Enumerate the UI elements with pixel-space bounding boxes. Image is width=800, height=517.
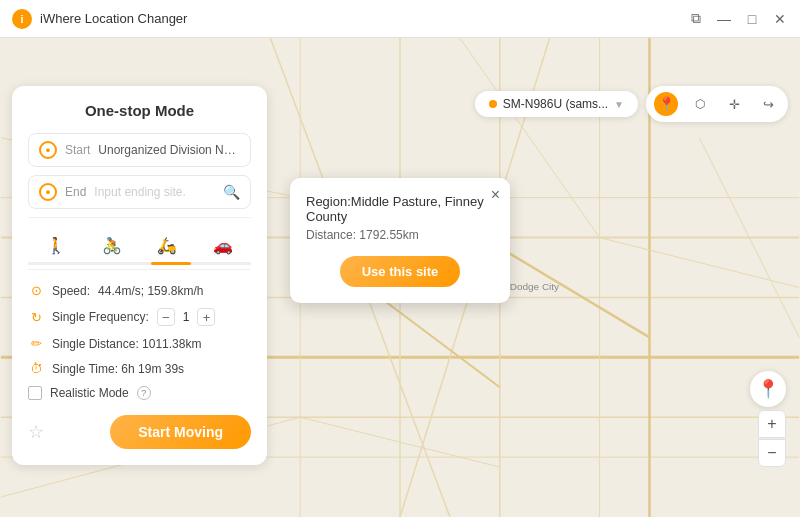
- distance-icon: ✏: [28, 336, 44, 351]
- speed-row: ⊙ Speed: 44.4m/s; 159.8km/h: [28, 278, 251, 303]
- start-moving-button[interactable]: Start Moving: [110, 415, 251, 449]
- walk-mode-btn[interactable]: 🚶: [36, 230, 76, 261]
- window-controls: ⧉ — □ ✕: [688, 11, 788, 27]
- frequency-icon: ↻: [28, 310, 44, 325]
- start-value: Unorganized Division No. 22...: [98, 143, 240, 157]
- freq-increase-btn[interactable]: +: [197, 308, 215, 326]
- realistic-mode-checkbox[interactable]: [28, 386, 42, 400]
- app-title: iWhere Location Changer: [40, 11, 688, 26]
- export-btn[interactable]: ↪: [756, 92, 780, 116]
- popup-region: Region:Middle Pasture, Finney County: [306, 194, 494, 224]
- map-controls: 📍 ⬡ ✛ ↪: [646, 86, 788, 122]
- speed-value: 44.4m/s; 159.8km/h: [98, 284, 203, 298]
- zoom-in-btn[interactable]: +: [758, 410, 786, 438]
- svg-text:Dodge City: Dodge City: [510, 281, 559, 292]
- teleport-btn[interactable]: ✛: [722, 92, 746, 116]
- search-icon[interactable]: 🔍: [223, 184, 240, 200]
- freq-value: 1: [183, 310, 190, 324]
- frequency-row: ↻ Single Frequency: − 1 +: [28, 303, 251, 331]
- left-panel: One-stop Mode ● Start Unorganized Divisi…: [12, 86, 267, 465]
- divider-2: [28, 269, 251, 270]
- transport-slider: [28, 262, 251, 265]
- divider-1: [28, 217, 251, 218]
- minimize-btn[interactable]: —: [716, 11, 732, 27]
- start-location-row[interactable]: ● Start Unorganized Division No. 22...: [28, 133, 251, 167]
- popup-close-btn[interactable]: ×: [491, 186, 500, 204]
- use-this-site-button[interactable]: Use this site: [340, 256, 461, 287]
- chevron-down-icon: ▼: [614, 99, 624, 110]
- start-icon: ●: [39, 141, 57, 159]
- end-label: End: [65, 185, 86, 199]
- zoom-out-btn[interactable]: −: [758, 439, 786, 467]
- panel-title: One-stop Mode: [28, 102, 251, 119]
- scooter-mode-btn[interactable]: 🛵: [147, 230, 187, 261]
- favorites-star-btn[interactable]: ☆: [28, 421, 44, 443]
- device-name: SM-N986U (sams...: [503, 97, 608, 111]
- popup-distance: Distance: 1792.55km: [306, 228, 494, 242]
- realistic-mode-label: Realistic Mode: [50, 386, 129, 400]
- device-pill[interactable]: SM-N986U (sams... ▼: [475, 91, 638, 117]
- start-label: Start: [65, 143, 90, 157]
- pin-mode-btn[interactable]: 📍: [654, 92, 678, 116]
- help-icon[interactable]: ?: [137, 386, 151, 400]
- realistic-mode-row: Realistic Mode ?: [28, 381, 251, 405]
- speed-icon: ⊙: [28, 283, 44, 298]
- transport-mode-row: 🚶 🚴 🛵 🚗: [28, 230, 251, 261]
- end-placeholder: Input ending site.: [94, 185, 215, 199]
- map-area[interactable]: Dodge City SM-N986U (sams... ▼ 📍 ⬡ ✛ ↪ O…: [0, 38, 800, 517]
- car-mode-btn[interactable]: 🚗: [203, 230, 243, 261]
- map-popup: × Region:Middle Pasture, Finney County D…: [290, 178, 510, 303]
- frequency-controls: − 1 +: [157, 308, 216, 326]
- frequency-label: Single Frequency:: [52, 310, 149, 324]
- restore-btn[interactable]: ⧉: [688, 11, 704, 27]
- time-label: Single Time: 6h 19m 39s: [52, 362, 184, 376]
- end-location-row[interactable]: ● End Input ending site. 🔍: [28, 175, 251, 209]
- speed-label: Speed:: [52, 284, 90, 298]
- my-location-btn[interactable]: 📍: [750, 371, 786, 407]
- maximize-btn[interactable]: □: [744, 11, 760, 27]
- end-icon: ●: [39, 183, 57, 201]
- close-btn[interactable]: ✕: [772, 11, 788, 27]
- freq-decrease-btn[interactable]: −: [157, 308, 175, 326]
- panel-bottom: ☆ Start Moving: [28, 415, 251, 449]
- transport-slider-fill: [151, 262, 191, 265]
- device-bar: SM-N986U (sams... ▼ 📍 ⬡ ✛ ↪: [475, 86, 788, 122]
- bike-mode-btn[interactable]: 🚴: [92, 230, 132, 261]
- app-logo: i: [12, 9, 32, 29]
- route-mode-btn[interactable]: ⬡: [688, 92, 712, 116]
- distance-row: ✏ Single Distance: 1011.38km: [28, 331, 251, 356]
- time-icon: ⏱: [28, 361, 44, 376]
- device-status-dot: [489, 100, 497, 108]
- time-row: ⏱ Single Time: 6h 19m 39s: [28, 356, 251, 381]
- zoom-controls: + −: [758, 410, 786, 467]
- distance-label: Single Distance: 1011.38km: [52, 337, 201, 351]
- title-bar: i iWhere Location Changer ⧉ — □ ✕: [0, 0, 800, 38]
